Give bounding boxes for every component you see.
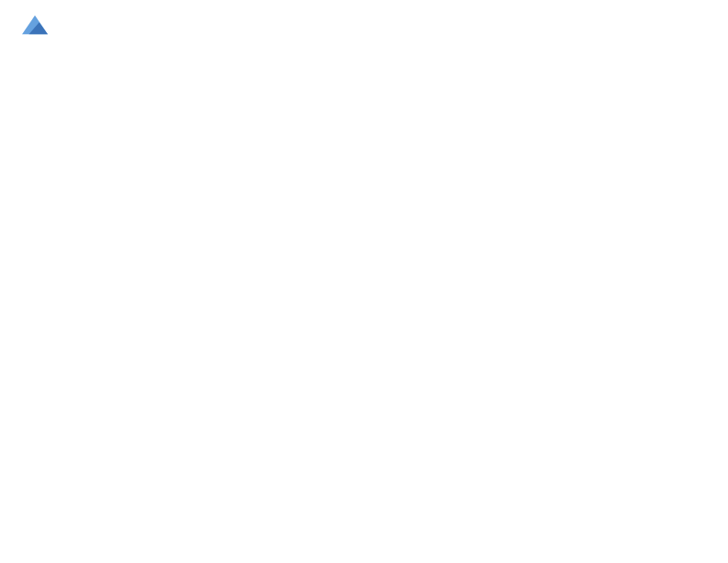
logo — [18, 15, 50, 35]
logo-icon — [22, 15, 48, 35]
header — [18, 15, 710, 35]
